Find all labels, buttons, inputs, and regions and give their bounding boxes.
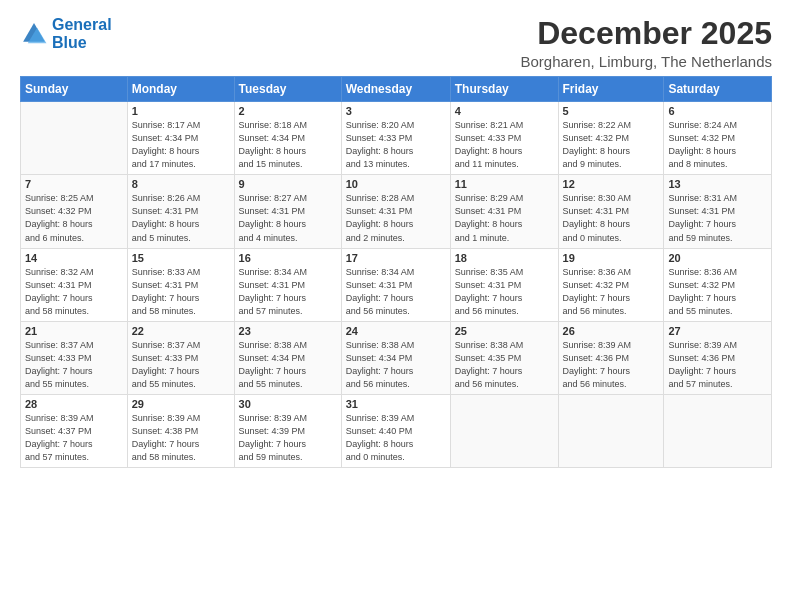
day-number: 17	[346, 252, 446, 264]
day-info: Sunrise: 8:34 AMSunset: 4:31 PMDaylight:…	[346, 266, 446, 318]
day-info: Sunrise: 8:38 AMSunset: 4:35 PMDaylight:…	[455, 339, 554, 391]
title-block: December 2025 Borgharen, Limburg, The Ne…	[520, 16, 772, 70]
calendar-cell: 2Sunrise: 8:18 AMSunset: 4:34 PMDaylight…	[234, 102, 341, 175]
calendar-cell: 9Sunrise: 8:27 AMSunset: 4:31 PMDaylight…	[234, 175, 341, 248]
calendar-cell: 10Sunrise: 8:28 AMSunset: 4:31 PMDayligh…	[341, 175, 450, 248]
day-number: 23	[239, 325, 337, 337]
logo-text: General Blue	[52, 16, 112, 51]
weekday-header-sunday: Sunday	[21, 77, 128, 102]
day-number: 2	[239, 105, 337, 117]
calendar-cell: 29Sunrise: 8:39 AMSunset: 4:38 PMDayligh…	[127, 394, 234, 467]
weekday-header-wednesday: Wednesday	[341, 77, 450, 102]
calendar-cell: 20Sunrise: 8:36 AMSunset: 4:32 PMDayligh…	[664, 248, 772, 321]
calendar-cell: 18Sunrise: 8:35 AMSunset: 4:31 PMDayligh…	[450, 248, 558, 321]
day-number: 18	[455, 252, 554, 264]
day-info: Sunrise: 8:28 AMSunset: 4:31 PMDaylight:…	[346, 192, 446, 244]
day-number: 15	[132, 252, 230, 264]
calendar-cell: 22Sunrise: 8:37 AMSunset: 4:33 PMDayligh…	[127, 321, 234, 394]
calendar-week-row-2: 7Sunrise: 8:25 AMSunset: 4:32 PMDaylight…	[21, 175, 772, 248]
header: General Blue December 2025 Borgharen, Li…	[20, 16, 772, 70]
calendar-cell: 11Sunrise: 8:29 AMSunset: 4:31 PMDayligh…	[450, 175, 558, 248]
day-number: 13	[668, 178, 767, 190]
main-title: December 2025	[520, 16, 772, 51]
day-info: Sunrise: 8:21 AMSunset: 4:33 PMDaylight:…	[455, 119, 554, 171]
day-info: Sunrise: 8:39 AMSunset: 4:39 PMDaylight:…	[239, 412, 337, 464]
calendar-cell: 3Sunrise: 8:20 AMSunset: 4:33 PMDaylight…	[341, 102, 450, 175]
day-info: Sunrise: 8:36 AMSunset: 4:32 PMDaylight:…	[668, 266, 767, 318]
calendar-cell: 19Sunrise: 8:36 AMSunset: 4:32 PMDayligh…	[558, 248, 664, 321]
logo-icon	[20, 20, 48, 48]
calendar-cell: 27Sunrise: 8:39 AMSunset: 4:36 PMDayligh…	[664, 321, 772, 394]
calendar-cell	[558, 394, 664, 467]
calendar-cell: 26Sunrise: 8:39 AMSunset: 4:36 PMDayligh…	[558, 321, 664, 394]
day-number: 20	[668, 252, 767, 264]
day-number: 27	[668, 325, 767, 337]
day-info: Sunrise: 8:39 AMSunset: 4:37 PMDaylight:…	[25, 412, 123, 464]
calendar-cell: 14Sunrise: 8:32 AMSunset: 4:31 PMDayligh…	[21, 248, 128, 321]
day-info: Sunrise: 8:39 AMSunset: 4:36 PMDaylight:…	[668, 339, 767, 391]
weekday-header-saturday: Saturday	[664, 77, 772, 102]
calendar-cell: 28Sunrise: 8:39 AMSunset: 4:37 PMDayligh…	[21, 394, 128, 467]
weekday-header-tuesday: Tuesday	[234, 77, 341, 102]
calendar-cell: 24Sunrise: 8:38 AMSunset: 4:34 PMDayligh…	[341, 321, 450, 394]
calendar-week-row-4: 21Sunrise: 8:37 AMSunset: 4:33 PMDayligh…	[21, 321, 772, 394]
day-info: Sunrise: 8:34 AMSunset: 4:31 PMDaylight:…	[239, 266, 337, 318]
day-info: Sunrise: 8:39 AMSunset: 4:38 PMDaylight:…	[132, 412, 230, 464]
day-info: Sunrise: 8:36 AMSunset: 4:32 PMDaylight:…	[563, 266, 660, 318]
day-number: 1	[132, 105, 230, 117]
day-number: 29	[132, 398, 230, 410]
page: General Blue December 2025 Borgharen, Li…	[0, 0, 792, 612]
day-number: 9	[239, 178, 337, 190]
calendar-cell: 6Sunrise: 8:24 AMSunset: 4:32 PMDaylight…	[664, 102, 772, 175]
logo: General Blue	[20, 16, 112, 51]
day-info: Sunrise: 8:31 AMSunset: 4:31 PMDaylight:…	[668, 192, 767, 244]
day-info: Sunrise: 8:18 AMSunset: 4:34 PMDaylight:…	[239, 119, 337, 171]
day-info: Sunrise: 8:20 AMSunset: 4:33 PMDaylight:…	[346, 119, 446, 171]
calendar-week-row-1: 1Sunrise: 8:17 AMSunset: 4:34 PMDaylight…	[21, 102, 772, 175]
logo-general: General	[52, 16, 112, 33]
day-number: 21	[25, 325, 123, 337]
day-number: 11	[455, 178, 554, 190]
day-number: 5	[563, 105, 660, 117]
weekday-header-thursday: Thursday	[450, 77, 558, 102]
day-number: 4	[455, 105, 554, 117]
day-info: Sunrise: 8:39 AMSunset: 4:36 PMDaylight:…	[563, 339, 660, 391]
calendar-cell: 30Sunrise: 8:39 AMSunset: 4:39 PMDayligh…	[234, 394, 341, 467]
day-number: 16	[239, 252, 337, 264]
day-info: Sunrise: 8:30 AMSunset: 4:31 PMDaylight:…	[563, 192, 660, 244]
calendar-cell: 16Sunrise: 8:34 AMSunset: 4:31 PMDayligh…	[234, 248, 341, 321]
day-info: Sunrise: 8:27 AMSunset: 4:31 PMDaylight:…	[239, 192, 337, 244]
day-number: 22	[132, 325, 230, 337]
calendar-week-row-5: 28Sunrise: 8:39 AMSunset: 4:37 PMDayligh…	[21, 394, 772, 467]
day-number: 19	[563, 252, 660, 264]
calendar-cell: 21Sunrise: 8:37 AMSunset: 4:33 PMDayligh…	[21, 321, 128, 394]
calendar-cell: 1Sunrise: 8:17 AMSunset: 4:34 PMDaylight…	[127, 102, 234, 175]
calendar-cell: 12Sunrise: 8:30 AMSunset: 4:31 PMDayligh…	[558, 175, 664, 248]
day-info: Sunrise: 8:32 AMSunset: 4:31 PMDaylight:…	[25, 266, 123, 318]
calendar-cell: 17Sunrise: 8:34 AMSunset: 4:31 PMDayligh…	[341, 248, 450, 321]
day-info: Sunrise: 8:33 AMSunset: 4:31 PMDaylight:…	[132, 266, 230, 318]
day-number: 24	[346, 325, 446, 337]
calendar-cell: 23Sunrise: 8:38 AMSunset: 4:34 PMDayligh…	[234, 321, 341, 394]
day-info: Sunrise: 8:38 AMSunset: 4:34 PMDaylight:…	[239, 339, 337, 391]
calendar-cell: 4Sunrise: 8:21 AMSunset: 4:33 PMDaylight…	[450, 102, 558, 175]
day-number: 8	[132, 178, 230, 190]
calendar-week-row-3: 14Sunrise: 8:32 AMSunset: 4:31 PMDayligh…	[21, 248, 772, 321]
day-number: 3	[346, 105, 446, 117]
day-number: 31	[346, 398, 446, 410]
calendar-table: SundayMondayTuesdayWednesdayThursdayFrid…	[20, 76, 772, 468]
calendar-cell: 31Sunrise: 8:39 AMSunset: 4:40 PMDayligh…	[341, 394, 450, 467]
logo-blue: Blue	[52, 34, 87, 51]
calendar-cell: 25Sunrise: 8:38 AMSunset: 4:35 PMDayligh…	[450, 321, 558, 394]
day-info: Sunrise: 8:39 AMSunset: 4:40 PMDaylight:…	[346, 412, 446, 464]
day-info: Sunrise: 8:37 AMSunset: 4:33 PMDaylight:…	[132, 339, 230, 391]
day-info: Sunrise: 8:29 AMSunset: 4:31 PMDaylight:…	[455, 192, 554, 244]
calendar-cell: 7Sunrise: 8:25 AMSunset: 4:32 PMDaylight…	[21, 175, 128, 248]
day-info: Sunrise: 8:37 AMSunset: 4:33 PMDaylight:…	[25, 339, 123, 391]
day-number: 25	[455, 325, 554, 337]
subtitle: Borgharen, Limburg, The Netherlands	[520, 53, 772, 70]
day-info: Sunrise: 8:26 AMSunset: 4:31 PMDaylight:…	[132, 192, 230, 244]
day-info: Sunrise: 8:17 AMSunset: 4:34 PMDaylight:…	[132, 119, 230, 171]
calendar-cell	[664, 394, 772, 467]
weekday-header-friday: Friday	[558, 77, 664, 102]
